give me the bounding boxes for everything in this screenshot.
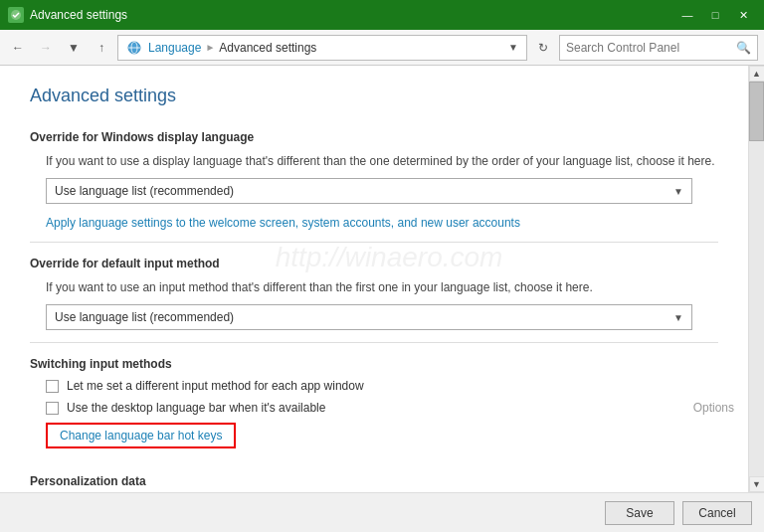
display-language-dropdown-arrow: ▼ <box>673 186 683 197</box>
save-button[interactable]: Save <box>605 501 674 525</box>
breadcrumb-language: Language <box>148 41 201 55</box>
checkbox-row-2: Use the desktop language bar when it's a… <box>46 401 734 415</box>
input-method-dropdown-value: Use language list (recommended) <box>55 310 673 324</box>
close-button[interactable]: ✕ <box>730 5 756 25</box>
scroll-thumb[interactable] <box>749 82 764 141</box>
checkbox-input-method-label: Let me set a different input method for … <box>67 379 364 393</box>
input-method-dropdown-wrapper: Use language list (recommended) ▼ <box>46 304 718 330</box>
scrollbar: ▲ ▼ <box>748 66 764 492</box>
footer: Save Cancel <box>0 492 764 532</box>
breadcrumb-separator: ► <box>205 42 215 53</box>
input-method-dropdown[interactable]: Use language list (recommended) ▼ <box>46 304 692 330</box>
maximize-button[interactable]: □ <box>702 5 728 25</box>
scroll-down-arrow[interactable]: ▼ <box>749 476 765 492</box>
refresh-button[interactable]: ↻ <box>531 36 555 60</box>
display-language-dropdown-value: Use language list (recommended) <box>55 184 673 198</box>
change-hotkeys-button[interactable]: Change language bar hot keys <box>46 423 236 448</box>
address-bar[interactable]: Language ► Advanced settings ▼ <box>117 35 527 61</box>
minimize-button[interactable]: — <box>674 5 700 25</box>
personalization-section: Personalization data This data is only u… <box>30 474 718 492</box>
options-link[interactable]: Options <box>693 401 734 415</box>
breadcrumb-advanced: Advanced settings <box>219 41 316 55</box>
language-settings-link[interactable]: Apply language settings to the welcome s… <box>46 216 718 230</box>
display-language-dropdown-wrapper: Use language list (recommended) ▼ <box>46 178 718 204</box>
input-method-section: Override for default input method If you… <box>30 257 718 330</box>
checkbox-row-1: Let me set a different input method for … <box>46 379 718 393</box>
divider-2 <box>30 342 718 343</box>
search-icon[interactable]: 🔍 <box>736 41 751 55</box>
page-title: Advanced settings <box>30 86 718 114</box>
input-method-dropdown-arrow: ▼ <box>673 312 683 323</box>
divider-1 <box>30 242 718 243</box>
scroll-track <box>749 82 764 476</box>
dropdown-arrow-address[interactable]: ▼ <box>508 42 518 53</box>
cancel-button[interactable]: Cancel <box>682 501 752 525</box>
input-method-desc: If you want to use an input method that'… <box>46 278 718 296</box>
back-button[interactable]: ← <box>6 36 30 60</box>
recent-pages-button[interactable]: ▼ <box>62 36 86 60</box>
checkbox-language-bar[interactable] <box>46 402 59 415</box>
scroll-up-arrow[interactable]: ▲ <box>749 66 765 82</box>
hotkeys-btn-wrapper: Change language bar hot keys <box>46 423 718 460</box>
checkbox-input-method[interactable] <box>46 380 59 393</box>
content-area: http://winaero.com Advanced settings Ove… <box>0 66 748 492</box>
app-icon <box>8 7 24 23</box>
window-title: Advanced settings <box>30 8 674 22</box>
display-language-section: Override for Windows display language If… <box>30 130 718 230</box>
up-button[interactable]: ↑ <box>90 36 113 60</box>
checkbox-language-bar-label: Use the desktop language bar when it's a… <box>67 401 325 415</box>
forward-button[interactable]: → <box>34 36 58 60</box>
search-box: 🔍 <box>559 35 758 61</box>
switching-section: Switching input methods Let me set a dif… <box>30 357 718 460</box>
input-method-title: Override for default input method <box>30 257 718 270</box>
addressbar: ← → ▼ ↑ Language ► Advanced settings ▼ ↻… <box>0 30 764 66</box>
globe-icon <box>126 40 142 56</box>
display-language-dropdown[interactable]: Use language list (recommended) ▼ <box>46 178 692 204</box>
window-controls: — □ ✕ <box>674 5 756 25</box>
main-content: http://winaero.com Advanced settings Ove… <box>0 66 764 492</box>
search-input[interactable] <box>566 41 736 55</box>
switching-title: Switching input methods <box>30 357 718 371</box>
display-language-title: Override for Windows display language <box>30 130 718 144</box>
display-language-desc: If you want to use a display language th… <box>46 152 718 170</box>
titlebar: Advanced settings — □ ✕ <box>0 0 764 30</box>
personalization-title: Personalization data <box>30 474 718 488</box>
